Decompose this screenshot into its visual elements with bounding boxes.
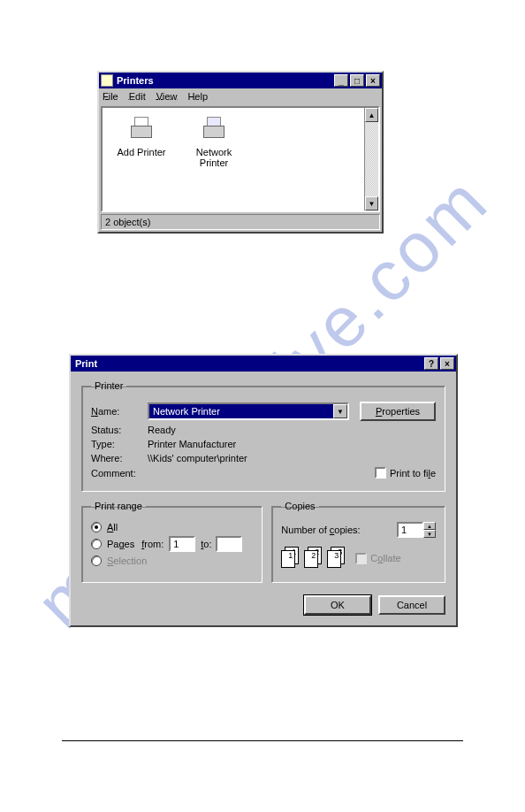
group-label: Print range xyxy=(91,501,146,511)
vertical-scrollbar[interactable]: ▲ ▼ xyxy=(364,108,378,211)
menu-file[interactable]: File xyxy=(103,91,118,102)
titlebar[interactable]: Print ? × xyxy=(71,356,456,372)
status-text: 2 object(s) xyxy=(105,217,150,227)
print-to-file-checkbox[interactable] xyxy=(375,467,386,479)
range-all-label: All xyxy=(107,522,118,532)
item-label: Network Printer xyxy=(186,147,242,168)
menu-help[interactable]: Help xyxy=(187,91,208,102)
chevron-down-icon[interactable]: ▼ xyxy=(333,404,347,418)
printer-name-combo[interactable]: Network Printer ▼ xyxy=(148,402,349,420)
titlebar[interactable]: Printers _ □ × xyxy=(99,73,382,88)
network-printer-item[interactable]: Network Printer xyxy=(186,115,242,168)
close-button[interactable]: × xyxy=(366,74,380,87)
range-selection-radio xyxy=(91,555,102,566)
close-button[interactable]: × xyxy=(440,357,454,370)
add-printer-icon xyxy=(127,115,156,143)
name-label: Name: xyxy=(91,406,148,417)
to-label: to: xyxy=(201,539,211,549)
range-all-radio[interactable] xyxy=(91,522,102,532)
group-label: Printer xyxy=(91,380,126,391)
cancel-button[interactable]: Cancel xyxy=(378,595,445,615)
type-value: Printer Manufacturer xyxy=(148,439,236,449)
from-label: from: xyxy=(141,539,164,549)
scroll-down-button[interactable]: ▼ xyxy=(365,196,378,211)
collate-preview-icon: 11 22 33 xyxy=(281,547,346,570)
window-title: Printers xyxy=(117,75,154,86)
collate-checkbox xyxy=(355,553,367,564)
from-input[interactable]: 1 xyxy=(169,536,195,552)
dialog-title: Print xyxy=(75,358,97,369)
comment-label: Comment: xyxy=(91,468,148,479)
group-label: Copies xyxy=(281,501,318,511)
status-label: Status: xyxy=(91,425,148,435)
minimize-button[interactable]: _ xyxy=(334,74,348,87)
item-label: Add Printer xyxy=(113,147,170,157)
scroll-up-button[interactable]: ▲ xyxy=(365,108,378,122)
help-button[interactable]: ? xyxy=(424,357,438,370)
to-input[interactable] xyxy=(216,536,242,552)
combo-value: Network Printer xyxy=(149,404,333,418)
print-to-file-label: Print to file xyxy=(390,468,436,479)
type-label: Type: xyxy=(91,439,148,449)
copies-spinner[interactable]: 1 ▲ ▼ xyxy=(397,522,436,538)
menu-view[interactable]: View xyxy=(156,91,178,102)
printers-window: Printers _ □ × File Edit View Help Add P… xyxy=(97,71,384,234)
divider xyxy=(62,740,463,741)
add-printer-item[interactable]: Add Printer xyxy=(113,115,170,168)
status-value: Ready xyxy=(148,425,176,435)
folder-content[interactable]: Add Printer Network Printer ▲ ▼ xyxy=(101,106,380,212)
range-selection-label: Selection xyxy=(107,555,147,566)
print-dialog: Print ? × Printer Name: Network Printer … xyxy=(69,354,458,627)
collate-label: Collate xyxy=(370,553,400,563)
statusbar: 2 object(s) xyxy=(101,214,380,230)
where-label: Where: xyxy=(91,453,148,463)
print-range-group: Print range All Pages from: 1 to: Select xyxy=(81,501,262,583)
range-pages-radio[interactable] xyxy=(91,539,102,549)
menu-edit[interactable]: Edit xyxy=(129,91,146,102)
spin-up-icon[interactable]: ▲ xyxy=(423,522,436,530)
copies-group: Copies Number of copies: 1 ▲ ▼ 11 xyxy=(271,501,445,583)
copies-value[interactable]: 1 xyxy=(397,522,423,538)
where-value: \\Kids' computer\printer xyxy=(148,453,247,463)
range-pages-label: Pages xyxy=(107,539,134,549)
copies-label: Number of copies: xyxy=(281,525,360,535)
properties-button[interactable]: Properties xyxy=(360,402,436,421)
menubar: File Edit View Help xyxy=(99,88,382,104)
folder-icon xyxy=(101,74,113,87)
maximize-button[interactable]: □ xyxy=(350,74,364,87)
ok-button[interactable]: OK xyxy=(304,595,371,615)
printer-group: Printer Name: Network Printer ▼ Properti… xyxy=(81,380,445,492)
network-printer-icon xyxy=(200,115,228,143)
spin-down-icon[interactable]: ▼ xyxy=(423,530,436,538)
